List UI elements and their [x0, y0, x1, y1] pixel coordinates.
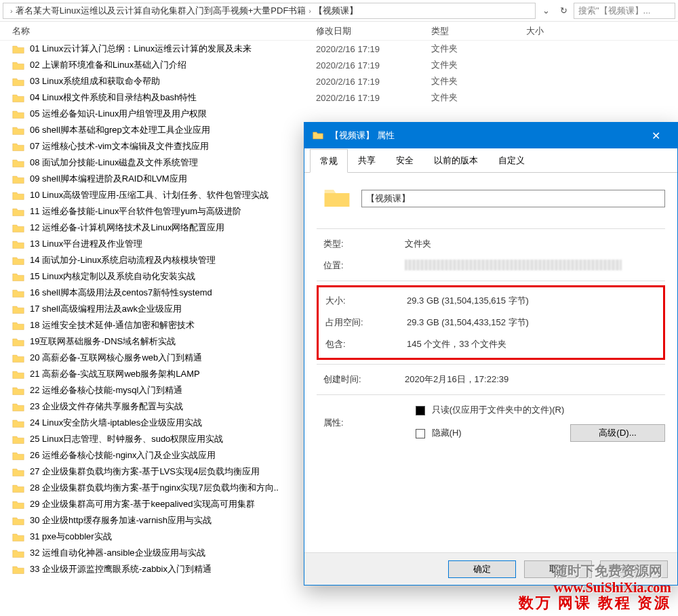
tab-previous[interactable]: 以前的版本: [424, 148, 488, 172]
folder-icon: [12, 142, 24, 151]
folder-icon: [12, 288, 24, 297]
file-name: 32 运维自动化神器-ansible企业级应用与实战: [30, 547, 205, 559]
value-contains: 145 个文件，33 个文件夹: [407, 338, 663, 350]
file-name: 18 运维安全技术延伸-通信加密和解密技术: [30, 319, 195, 331]
file-name: 30 企业级http缓存服务加速-varnish应用与实战: [30, 514, 212, 527]
refresh-icon[interactable]: ↻: [556, 3, 571, 18]
file-name: 01 Linux云计算入门总纲：Linux运维云计算的发展及未来: [30, 43, 252, 55]
file-name: 28 企业级集群负载均衡方案-基于nginx实现7层负载均衡和方向..: [30, 482, 279, 494]
folder-icon: [12, 369, 24, 379]
file-name: 26 运维必备核心技能-nginx入门及企业实战应用: [30, 449, 216, 461]
column-type[interactable]: 类型: [431, 25, 526, 37]
folder-large-icon: [323, 186, 351, 211]
file-name: 08 面试加分技能-Linux磁盘及文件系统管理: [30, 157, 198, 169]
file-name: 23 企业级文件存储共享服务配置与实战: [30, 401, 183, 413]
value-created: 2020年2月16日，17:22:39: [405, 373, 665, 386]
file-name: 21 高薪必备-实战互联网web服务架构LAMP: [30, 368, 200, 380]
folder-icon: [12, 483, 24, 493]
file-name: 19互联网基础服务-DNS域名解析实战: [30, 335, 176, 348]
breadcrumb-seg-2[interactable]: 【视频课】: [314, 5, 358, 17]
folder-icon: [12, 125, 24, 135]
label-size-on-disk: 占用空间:: [325, 316, 407, 329]
tab-custom[interactable]: 自定义: [488, 148, 535, 172]
breadcrumb-seg-1[interactable]: 著名某大哥Linux运维以及云计算自动化集群入门到高手视频+大量PDF书籍: [16, 5, 306, 17]
folder-icon: [12, 402, 24, 411]
watermark-top: 随时下免费资源网 www.SuiShiXia.com: [554, 562, 671, 596]
folder-icon: [12, 93, 24, 102]
dialog-titlebar[interactable]: 【视频课】 属性 ✕: [304, 123, 677, 148]
file-name: 09 shell脚本编程进阶及RAID和LVM应用: [30, 173, 187, 185]
file-row[interactable]: 03 Linux系统组成和获取命令帮助2020/2/16 17:19文件夹: [0, 73, 678, 89]
folder-icon: [12, 109, 24, 119]
folder-name-input[interactable]: 【视频课】: [361, 190, 665, 207]
file-name: 31 pxe与cobbler实战: [30, 531, 112, 543]
file-type: 文件夹: [431, 59, 526, 71]
chevron-right-icon: ›: [308, 7, 311, 15]
file-date: 2020/2/16 17:19: [316, 60, 431, 70]
label-size: 大小:: [325, 295, 407, 307]
file-name: 13 Linux平台进程及作业管理: [30, 238, 142, 250]
advanced-button[interactable]: 高级(D)...: [570, 424, 665, 442]
file-name: 29 企业级集群高可用方案-基于keepalived实现高可用集群: [30, 498, 255, 510]
folder-icon: [12, 532, 24, 541]
tab-share[interactable]: 共享: [348, 148, 386, 172]
column-name[interactable]: 名称: [0, 25, 316, 37]
file-name: 04 Linux根文件系统和目录结构及bash特性: [30, 91, 197, 104]
checkbox-hidden[interactable]: [416, 429, 425, 438]
folder-icon: [12, 434, 24, 444]
highlighted-red-box: 大小: 29.3 GB (31,504,135,615 字节) 占用空间: 29…: [317, 285, 665, 360]
tab-general[interactable]: 常规: [310, 149, 348, 173]
file-name: 27 企业级集群负载均衡方案-基于LVS实现4层负载均衡应用: [30, 466, 260, 478]
file-row[interactable]: 01 Linux云计算入门总纲：Linux运维云计算的发展及未来2020/2/1…: [0, 41, 678, 57]
search-input[interactable]: 搜索"【视频课】...: [574, 3, 675, 19]
file-name: 33 企业级开源监控鹰眼系统-zabbix入门到精通: [30, 563, 212, 575]
address-bar: › 著名某大哥Linux运维以及云计算自动化集群入门到高手视频+大量PDF书籍 …: [0, 0, 678, 22]
value-location-blurred: [405, 260, 622, 270]
close-icon[interactable]: ✕: [642, 123, 669, 148]
label-created: 创建时间:: [323, 373, 405, 386]
dialog-body: 【视频课】 类型: 文件夹 位置: 大小: 29.3 GB (31,504,13…: [304, 173, 677, 552]
folder-icon: [12, 158, 24, 167]
file-date: 2020/2/16 17:19: [316, 77, 431, 87]
folder-icon: [12, 499, 24, 509]
folder-icon: [12, 272, 24, 281]
folder-icon: [12, 451, 24, 460]
column-size[interactable]: 大小: [526, 25, 678, 37]
file-type: 文件夹: [431, 43, 526, 55]
file-name: 10 Linux高级管理应用-压缩工具、计划任务、软件包管理实战: [30, 189, 268, 201]
folder-icon: [12, 223, 24, 232]
folder-icon: [12, 548, 24, 558]
file-name: 03 Linux系统组成和获取命令帮助: [30, 75, 160, 87]
file-name: 24 Linux安全防火墙-iptables企业级应用实战: [30, 417, 202, 429]
folder-icon: [12, 353, 24, 363]
file-name: 22 运维必备核心技能-mysql入门到精通: [30, 384, 182, 396]
folder-icon: [12, 239, 24, 249]
file-row[interactable]: 04 Linux根文件系统和目录结构及bash特性2020/2/16 17:19…: [0, 89, 678, 106]
file-name: 25 Linux日志管理、时钟服务、sudo权限应用实战: [30, 433, 223, 445]
folder-icon: [12, 174, 24, 184]
label-attributes: 属性:: [323, 417, 405, 429]
tab-security[interactable]: 安全: [386, 148, 424, 172]
label-type: 类型:: [323, 238, 405, 250]
file-name: 15 Linux内核定制以及系统自动化安装实战: [30, 270, 195, 283]
ok-button[interactable]: 确定: [448, 560, 516, 578]
file-row[interactable]: 02 上课前环境准备和Linux基础入门介绍2020/2/16 17:19文件夹: [0, 57, 678, 73]
value-size-on-disk: 29.3 GB (31,504,433,152 字节): [407, 316, 663, 329]
folder-icon: [12, 44, 24, 54]
folder-icon: [12, 77, 24, 86]
dialog-title: 【视频课】 属性: [330, 129, 642, 142]
checkbox-readonly[interactable]: [416, 406, 425, 415]
chevron-down-icon[interactable]: ⌄: [538, 3, 553, 18]
folder-icon: [12, 304, 24, 314]
file-name: 02 上课前环境准备和Linux基础入门介绍: [30, 59, 186, 71]
breadcrumb[interactable]: › 著名某大哥Linux运维以及云计算自动化集群入门到高手视频+大量PDF书籍 …: [3, 3, 536, 19]
file-date: 2020/2/16 17:19: [316, 44, 431, 54]
watermark-bottom: 数万 网课 教程 资源: [519, 593, 672, 613]
folder-icon: [12, 467, 24, 476]
folder-icon: [12, 207, 24, 216]
value-type: 文件夹: [405, 238, 665, 250]
file-row[interactable]: 05 运维必备知识-Linux用户组管理及用户权限: [0, 106, 678, 122]
label-contains: 包含:: [325, 338, 407, 350]
column-date[interactable]: 修改日期: [316, 25, 431, 37]
file-name: 14 面试加分-Linux系统启动流程及内核模块管理: [30, 254, 216, 266]
